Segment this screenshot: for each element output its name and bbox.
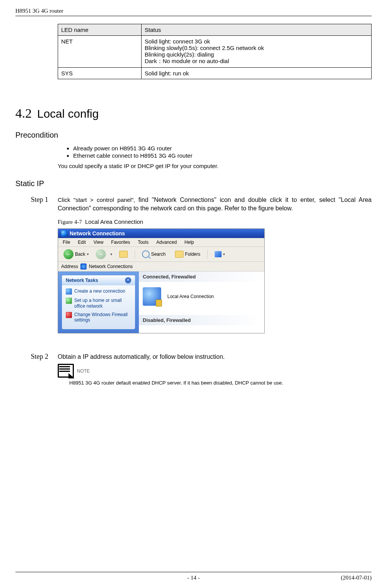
toolbar-separator bbox=[135, 250, 135, 259]
status-line: Dark：No module or no auto-dial bbox=[145, 58, 368, 65]
section-heading: 4.2 Local config bbox=[15, 106, 372, 121]
step1-body: Click "start > control panel", find "Net… bbox=[58, 196, 372, 212]
menu-favorites[interactable]: Favorites bbox=[111, 240, 130, 245]
views-icon bbox=[215, 251, 222, 257]
task-setup-network[interactable]: Set up a home or small office network bbox=[66, 298, 131, 309]
figure-caption: Figure 4-7 Local Area Connection bbox=[58, 218, 372, 225]
search-icon bbox=[142, 250, 150, 258]
tasks-head-label: Network Tasks bbox=[66, 278, 98, 283]
section-number: 4.2 bbox=[15, 106, 32, 121]
menu-bar: File Edit View Favorites Tools Advanced … bbox=[58, 238, 264, 247]
tasks-panel: Network Tasks ^ Create a new connection … bbox=[58, 272, 139, 333]
figure-title: Local Area Connection bbox=[85, 218, 143, 225]
window-icon bbox=[61, 230, 67, 237]
task-label: Create a new connection bbox=[74, 288, 125, 294]
address-icon bbox=[80, 263, 87, 270]
precondition-heading: Precondition bbox=[15, 131, 372, 140]
list-item: Ethernet cable connect to H8951 3G 4G ro… bbox=[73, 152, 372, 159]
static-ip-heading: Static IP bbox=[15, 179, 372, 188]
collapse-icon[interactable]: ^ bbox=[125, 277, 131, 283]
group-disabled: Disabled, Firewalled bbox=[139, 315, 264, 325]
group-connected: Connected, Firewalled bbox=[139, 272, 264, 282]
search-label: Search bbox=[151, 252, 166, 257]
status-line: Blinking quickly(2s): dialing bbox=[145, 51, 368, 58]
td-status-sys: Solid light: run ok bbox=[142, 68, 372, 79]
th-status: Status bbox=[142, 24, 372, 36]
lan-icon bbox=[143, 287, 161, 306]
note-book-icon bbox=[58, 364, 75, 378]
precondition-body: You could specify a static IP or DHCP ge… bbox=[58, 163, 372, 169]
wizard-icon bbox=[66, 288, 72, 295]
figure-label: Figure 4-7 bbox=[58, 219, 82, 225]
address-value[interactable]: Network Connections bbox=[89, 264, 133, 269]
note-text: H8951 3G 4G router default enabled DHCP … bbox=[69, 380, 372, 386]
back-label: Back bbox=[75, 252, 85, 257]
led-status-table: LED name Status NET Solid light: connect… bbox=[58, 24, 372, 79]
note-label: NOTE bbox=[77, 368, 90, 374]
note-icon-box: NOTE bbox=[58, 364, 372, 378]
window-title: Network Connections bbox=[70, 230, 125, 237]
toolbar-separator bbox=[207, 250, 208, 259]
up-button[interactable] bbox=[117, 250, 130, 258]
td-led-net: NET bbox=[58, 36, 142, 68]
chevron-down-icon: ▾ bbox=[87, 252, 89, 256]
tasks-panel-header[interactable]: Network Tasks ^ bbox=[62, 275, 135, 285]
menu-view[interactable]: View bbox=[93, 240, 103, 245]
shield-icon bbox=[66, 312, 72, 318]
folder-up-icon bbox=[119, 251, 128, 258]
connections-list: Connected, Firewalled Local Area Connect… bbox=[139, 272, 264, 333]
folder-icon bbox=[175, 251, 183, 258]
precondition-list: Already power on H8951 3G 4G router Ethe… bbox=[73, 145, 372, 159]
chevron-down-icon: ▾ bbox=[110, 252, 112, 256]
folders-button[interactable]: Folders bbox=[173, 250, 203, 258]
th-led-name: LED name bbox=[58, 24, 142, 36]
td-led-sys: SYS bbox=[58, 68, 142, 79]
toolbar: ← Back ▾ → ▾ Search Folders bbox=[58, 247, 264, 262]
back-arrow-icon: ← bbox=[63, 249, 73, 259]
lan-label: Local Area Connection bbox=[167, 294, 214, 299]
task-label: Set up a home or small office network bbox=[74, 298, 131, 309]
status-line: Solid light: run ok bbox=[145, 70, 368, 77]
forward-button[interactable]: → bbox=[96, 249, 106, 259]
views-button[interactable]: ▾ bbox=[212, 250, 227, 258]
address-bar: Address Network Connections bbox=[58, 262, 264, 272]
window-titlebar[interactable]: Network Connections bbox=[58, 229, 264, 238]
task-create-connection[interactable]: Create a new connection bbox=[66, 288, 131, 295]
menu-edit[interactable]: Edit bbox=[78, 240, 86, 245]
section-title: Local config bbox=[37, 107, 99, 120]
menu-tools[interactable]: Tools bbox=[138, 240, 148, 245]
step1-label: Step 1 bbox=[31, 196, 53, 204]
step2-body: Obtain a IP address automatically, or fo… bbox=[58, 353, 225, 361]
status-line: Blinking slowly(0.5s): connect 2.5G netw… bbox=[145, 45, 368, 51]
td-status-net: Solid light: connect 3G ok Blinking slow… bbox=[142, 36, 372, 68]
list-item: Already power on H8951 3G 4G router bbox=[73, 145, 372, 152]
step1-body-a: Click "start > control panel", bbox=[58, 197, 138, 203]
task-label: Change Windows Firewall settings bbox=[74, 312, 131, 323]
footer-page-number: - 14 - bbox=[15, 575, 372, 581]
address-label: Address bbox=[61, 264, 78, 269]
network-setup-icon bbox=[66, 298, 72, 304]
back-button[interactable]: ← Back ▾ bbox=[61, 248, 91, 260]
doc-header: H8951 3G 4G router bbox=[15, 8, 372, 16]
status-line: Solid light: connect 3G ok bbox=[145, 38, 368, 45]
folders-label: Folders bbox=[185, 252, 200, 257]
task-firewall-settings[interactable]: Change Windows Firewall settings bbox=[66, 312, 131, 323]
menu-advanced[interactable]: Advanced bbox=[156, 240, 177, 245]
local-area-connection-item[interactable]: Local Area Connection bbox=[139, 282, 264, 315]
menu-help[interactable]: Help bbox=[185, 240, 194, 245]
menu-file[interactable]: File bbox=[63, 240, 70, 245]
network-connections-window: Network Connections File Edit View Favor… bbox=[58, 228, 265, 333]
chevron-down-icon: ▾ bbox=[223, 252, 225, 256]
step2-label: Step 2 bbox=[31, 353, 53, 361]
search-button[interactable]: Search bbox=[140, 250, 168, 259]
page-footer: - 14 - (2014-07-01) bbox=[15, 572, 372, 581]
